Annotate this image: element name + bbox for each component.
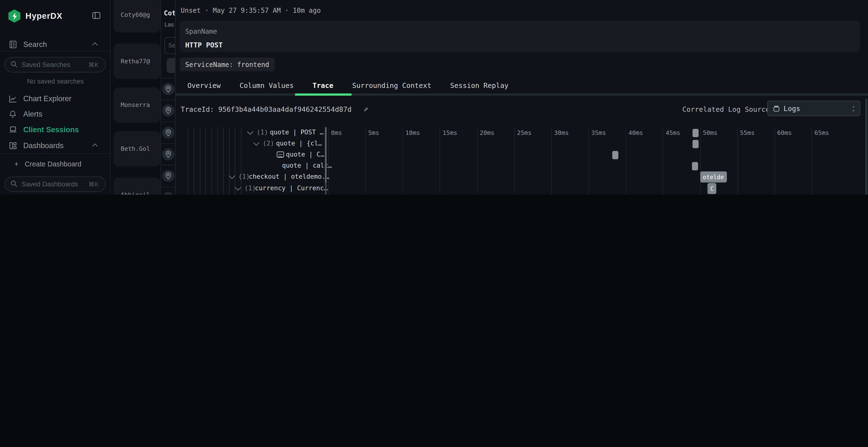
sidebar-item-label: Client Sessions — [23, 125, 79, 133]
gridline — [700, 127, 701, 195]
sidebar-item-client-sessions[interactable]: Client Sessions — [0, 123, 111, 136]
session-card[interactable]: Beth.Gol — [114, 131, 161, 166]
timeline-tick: 10ms — [405, 129, 420, 137]
location-pin-icon[interactable] — [162, 192, 175, 195]
app-window: HyperDX Search Saved Searches ⌘K No save… — [0, 0, 868, 195]
trace-span-chip[interactable]: otelde — [700, 172, 726, 183]
tab-surrounding-context[interactable]: Surrounding Context — [343, 77, 441, 93]
chevron-up-icon — [92, 143, 98, 149]
indent-guide — [229, 127, 229, 195]
tab-column-values[interactable]: Column Values — [230, 77, 303, 93]
trace-row-label[interactable]: quote | {cl… — [276, 139, 322, 147]
gridline — [514, 127, 515, 195]
saved-dashboards-input[interactable]: Saved Dashboards ⌘K — [4, 176, 105, 192]
divider — [0, 153, 111, 153]
database-icon — [773, 105, 780, 112]
child-count: (1) — [256, 128, 268, 136]
trace-row-label[interactable]: quote | POST … — [270, 128, 323, 136]
session-event-row — [161, 78, 175, 100]
select-chevrons-icon: ▵▿ — [852, 104, 855, 113]
timeline-tick: 5ms — [368, 129, 379, 137]
session-name: Beth.Gol — [121, 145, 150, 152]
separator: · — [205, 7, 209, 14]
sidebar-item-alerts[interactable]: Alerts — [0, 107, 111, 121]
session-card[interactable]: Monserra — [114, 88, 161, 123]
search-journal-icon — [8, 40, 17, 49]
plus-icon: + — [14, 161, 19, 168]
gridline — [626, 127, 626, 195]
chevron-down-icon[interactable] — [235, 184, 241, 190]
dashboards-icon — [8, 141, 17, 150]
location-pin-icon[interactable] — [162, 148, 175, 161]
timeline-tick: 30ms — [554, 129, 569, 137]
tab-overview[interactable]: Overview — [178, 77, 230, 93]
create-dashboard-label: Create Dashboard — [25, 161, 82, 168]
chevron-up-icon — [92, 42, 98, 48]
log-doc-icon[interactable] — [277, 152, 284, 158]
chevron-down-icon[interactable] — [253, 140, 259, 146]
indent-guide — [241, 127, 241, 195]
event-timestamp: May 27 9:35:57 AM — [213, 7, 281, 14]
location-pin-icon[interactable] — [162, 127, 175, 139]
saved-dashboards-placeholder: Saved Dashboards — [22, 180, 78, 188]
tab-session-replay[interactable]: Session Replay — [441, 77, 518, 93]
tabstrip — [175, 94, 868, 96]
saved-searches-input[interactable]: Saved Searches ⌘K — [4, 57, 105, 72]
sidebar-item-label: Alerts — [23, 110, 42, 118]
trace-span-chip[interactable]: C — [707, 183, 716, 194]
trace-row-label[interactable]: quote | C… — [286, 150, 324, 158]
sidebar-item-dashboards[interactable]: Dashboards — [0, 139, 111, 152]
session-subtitle-fragment: Las — [164, 21, 174, 28]
gridline — [440, 127, 440, 195]
trace-row-label[interactable]: currency | Currenc… — [255, 184, 328, 192]
trace-span-bar[interactable] — [693, 129, 699, 137]
timeline-tick: 65ms — [814, 129, 829, 137]
session-name: Retha77@ — [121, 58, 150, 65]
timeline-tick: 55ms — [740, 129, 755, 137]
service-name-chip[interactable]: ServiceName: frontend — [180, 58, 275, 71]
trace-id-row: TraceId: 956f3b4a44b03aa4daf946242554d87… — [181, 105, 368, 113]
session-search-input[interactable]: Sea — [164, 37, 175, 54]
active-tab-underline — [295, 94, 351, 96]
sidebar-collapse-icon[interactable] — [92, 11, 101, 22]
tree-scrollbar-thumb[interactable] — [325, 127, 327, 182]
gridline — [366, 127, 366, 195]
session-card[interactable]: Coty60@g — [114, 0, 161, 33]
indent-guide — [223, 127, 223, 195]
location-pin-icon[interactable] — [162, 105, 175, 117]
timeline-tick: 60ms — [777, 129, 792, 137]
create-dashboard-button[interactable]: + Create Dashboard — [14, 161, 82, 168]
tab-trace[interactable]: Trace — [303, 77, 343, 93]
session-card[interactable]: Retha77@ — [114, 44, 161, 79]
search-icon — [10, 180, 18, 187]
log-source-select[interactable]: Logs ▵▿ — [767, 101, 860, 116]
gridline — [812, 127, 812, 195]
trace-row-label[interactable]: checkout | oteldemo.… — [249, 173, 329, 180]
sidebar-item-chart-explorer[interactable]: Chart Explorer — [0, 92, 111, 105]
trace-span-bar[interactable] — [613, 151, 618, 159]
laptop-icon — [8, 125, 17, 134]
gridline — [551, 127, 552, 195]
session-name: Coty60@g — [121, 11, 150, 19]
trace-span-bar[interactable] — [693, 140, 699, 148]
session-filter-button[interactable] — [166, 58, 175, 73]
sidebar-item-search[interactable]: Search — [0, 38, 111, 51]
trace-span-bar[interactable] — [692, 162, 698, 170]
edit-icon[interactable]: ✎ — [364, 105, 368, 113]
chevron-down-icon[interactable] — [247, 128, 253, 135]
trace-row-label[interactable]: quote | calc… — [282, 162, 332, 169]
gridline — [589, 127, 589, 195]
event-side-panel: Unset · May 27 9:35:57 AM · 10m ago Span… — [175, 0, 868, 195]
panel-scrollbar[interactable] — [865, 99, 868, 195]
session-title-fragment: Cot — [164, 9, 175, 17]
chevron-down-icon[interactable] — [228, 173, 235, 179]
session-card[interactable]: Abbigail — [114, 177, 161, 195]
location-pin-icon[interactable] — [162, 170, 175, 182]
timeline-tick: 50ms — [703, 129, 717, 137]
indent-guide — [199, 127, 200, 195]
timeline-tick: 15ms — [443, 129, 457, 137]
location-pin-icon[interactable] — [162, 83, 175, 95]
child-count: (1) — [238, 173, 250, 180]
gridline — [737, 127, 738, 195]
chart-icon — [8, 94, 17, 103]
